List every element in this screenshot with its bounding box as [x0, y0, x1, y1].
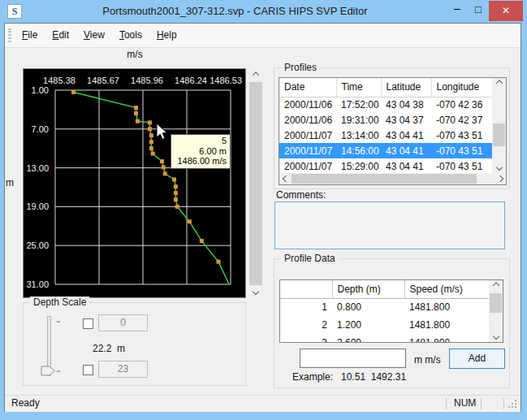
table-cell: 2.600 — [332, 334, 404, 343]
table-cell: 14:56:00 — [336, 143, 381, 158]
profile-data-label: Profile Data — [281, 253, 339, 264]
minimize-button[interactable]: – — [447, 0, 468, 21]
comments-label: Comments: — [276, 189, 326, 201]
menu-help[interactable]: Help — [149, 24, 184, 47]
table-cell: 43 04 37 — [381, 112, 431, 128]
input-unit-label: m m/s — [414, 354, 441, 366]
table-cell: 43 04 41 — [381, 158, 431, 174]
depth-speed-input[interactable] — [300, 349, 406, 368]
status-divider — [481, 398, 482, 409]
menu-view[interactable]: View — [76, 24, 112, 47]
column-header[interactable]: Date — [279, 78, 336, 97]
svp-chart-frame: 1485.381485.671485.961486.241486.531.007… — [23, 68, 246, 298]
status-message: Ready — [11, 397, 40, 409]
add-button[interactable]: Add — [449, 349, 505, 369]
profiles-table[interactable]: DateTimeLatitudeLongitude2000/11/0617:52… — [279, 78, 493, 174]
table-cell: -070 43 51 — [431, 158, 492, 174]
profile-data-vscroll-thumb[interactable] — [490, 293, 502, 313]
slider-tick-top — [57, 321, 60, 323]
title-bar: S Portsmouth2001_307-312.svp - CARIS HIP… — [0, 0, 527, 23]
table-cell: 1.200 — [332, 316, 404, 334]
table-row[interactable]: 2000/11/0713:14:0043 04 41-070 43 51 — [279, 128, 492, 143]
maximize-button[interactable]: □ — [468, 0, 489, 21]
column-header[interactable] — [280, 280, 332, 298]
table-cell: 13:14:00 — [336, 128, 381, 143]
profiles-hscrollbar[interactable] — [279, 173, 506, 184]
depth-max-checkbox[interactable] — [83, 365, 93, 375]
table-cell: 2000/11/07 — [279, 158, 336, 174]
profile-markers[interactable] — [71, 90, 220, 264]
table-cell: 1 — [280, 298, 332, 316]
table-cell: 2 — [280, 316, 332, 334]
column-header[interactable]: Depth (m) — [332, 280, 404, 298]
svg-text:1485.38: 1485.38 — [43, 76, 76, 85]
table-cell: 1481.800 — [404, 316, 489, 334]
svg-text:1486.24: 1486.24 — [175, 76, 207, 85]
table-cell: 2000/11/06 — [279, 112, 336, 128]
profiles-scroll-left-icon[interactable] — [279, 173, 292, 184]
chart-depth-label: m — [6, 177, 14, 188]
profiles-scroll-right-icon[interactable] — [494, 173, 506, 184]
profiles-vscrollbar[interactable] — [492, 78, 506, 173]
table-row[interactable]: 2000/11/0617:52:0043 04 38-070 42 36 — [279, 97, 492, 112]
table-cell: 43 04 41 — [381, 128, 431, 143]
table-cell: 2000/11/07 — [279, 143, 336, 158]
column-header[interactable]: Latitude — [381, 78, 431, 97]
table-row[interactable]: 2000/11/0715:29:0043 04 41-070 43 51 — [279, 158, 492, 174]
svg-text:7.00: 7.00 — [32, 124, 49, 134]
status-divider — [446, 398, 447, 409]
profiles-scroll-up-icon[interactable] — [492, 78, 506, 90]
profiles-group: Profiles DateTimeLatitudeLongitude2000/1… — [274, 67, 510, 189]
menu-edit[interactable]: Edit — [45, 24, 76, 47]
profiles-vscroll-thumb[interactable] — [493, 123, 505, 146]
chart-scrollbar[interactable] — [248, 70, 263, 297]
comments-field[interactable] — [274, 201, 505, 249]
app-icon[interactable]: S — [7, 4, 22, 19]
column-header[interactable]: Speed (m/s) — [404, 280, 489, 298]
profile-data-vscrollbar[interactable] — [489, 280, 503, 342]
status-bar: Ready NUM — [5, 395, 521, 412]
svg-text:1485.96: 1485.96 — [131, 76, 163, 85]
svg-text:25.00: 25.00 — [26, 240, 49, 250]
table-cell: -070 42 36 — [431, 97, 492, 112]
tooltip-point-number: 5 — [175, 136, 227, 146]
example-label: Example: 10.51 1492.31 — [292, 371, 406, 383]
table-cell: -070 43 51 — [431, 143, 492, 158]
profiles-scroll-down-icon[interactable] — [492, 161, 506, 173]
column-header[interactable]: Time — [336, 78, 381, 97]
column-header[interactable]: Longitude — [431, 78, 492, 97]
app-window: S Portsmouth2001_307-312.svp - CARIS HIP… — [0, 0, 527, 420]
profiles-hscroll-thumb[interactable] — [292, 174, 477, 184]
menu-tools[interactable]: Tools — [112, 24, 149, 47]
profile-data-scroll-up-icon[interactable] — [489, 280, 503, 292]
chart-scroll-thumb[interactable] — [249, 82, 262, 285]
depth-min-checkbox[interactable] — [83, 318, 93, 329]
table-cell: 2000/11/06 — [279, 97, 336, 112]
profile-data-table[interactable]: Depth (m)Speed (m/s)10.8001481.80021.200… — [280, 280, 490, 343]
profile-data-scroll-down-icon[interactable] — [489, 330, 503, 342]
resize-grip-icon[interactable] — [508, 399, 518, 409]
depth-slider-thumb[interactable] — [41, 366, 56, 377]
profiles-label: Profiles — [281, 62, 320, 73]
chart-scroll-up-icon[interactable] — [248, 70, 263, 82]
table-cell: 43 04 41 — [381, 143, 431, 158]
table-row[interactable]: 10.8001481.800 — [280, 298, 489, 316]
table-cell: -070 43 51 — [431, 128, 492, 143]
profile-data-group: Profile Data Depth (m)Speed (m/s)10.8001… — [274, 258, 510, 388]
table-cell: 2000/11/07 — [279, 128, 336, 143]
table-row[interactable]: 21.2001481.800 — [280, 316, 489, 334]
table-cell: -070 42 37 — [431, 112, 492, 128]
close-button[interactable]: ✕ — [489, 1, 523, 21]
table-row[interactable]: 32.6001481.800 — [280, 334, 489, 343]
table-row[interactable]: 2000/11/0714:56:0043 04 41-070 43 51 — [279, 143, 492, 158]
profiles-list: DateTimeLatitudeLongitude2000/11/0617:52… — [279, 77, 507, 185]
table-row[interactable]: 2000/11/0619:31:0043 04 37-070 42 37 — [279, 112, 492, 128]
chart-scroll-down-icon[interactable] — [248, 285, 263, 297]
chart-units-label: m/s — [23, 49, 247, 60]
menu-file[interactable]: File — [15, 24, 45, 47]
toolbar-gripper-icon — [8, 28, 11, 42]
svp-chart-plot[interactable]: 1485.381485.671485.961486.241486.531.007… — [24, 69, 245, 297]
datapoint-tooltip: 5 6.00 m 1486.00 m/s — [171, 134, 231, 169]
svg-text:19.00: 19.00 — [26, 201, 49, 211]
mouse-arrow-cursor — [156, 123, 169, 141]
